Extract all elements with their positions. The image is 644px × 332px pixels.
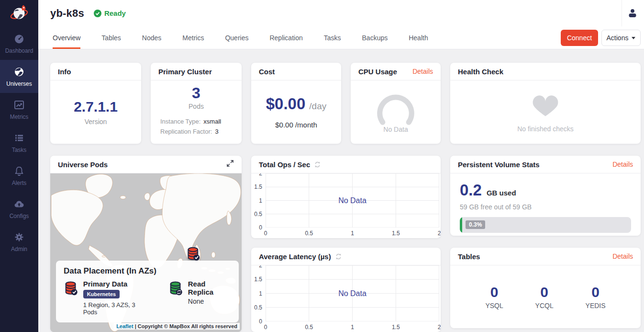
world-map[interactable]: Data Placement (In AZs) <box>50 173 242 332</box>
sidebar-item-label: Tasks <box>12 147 27 153</box>
usage-progress-bar: 0.3% <box>460 217 631 233</box>
chart-plot-area: 2 1.5 1 0.5 0 0 0.5 1 1.5 2 No Data <box>251 173 441 238</box>
x-tick: 0.5 <box>305 230 313 237</box>
card-title: Primary Cluster <box>158 68 212 76</box>
sidebar-item-label: Universes <box>6 80 32 87</box>
sidebar-item-label: Dashboard <box>5 47 33 54</box>
y-tick: 0.5 <box>254 304 262 311</box>
sidebar-item-label: Alerts <box>12 180 27 186</box>
y-tick: 0 <box>259 318 262 325</box>
user-icon <box>627 7 638 19</box>
yugabyte-logo[interactable] <box>0 0 38 27</box>
x-tick: 2 <box>438 230 441 237</box>
placement-summary: 1 Region, 3 AZS, 3 Pods <box>83 301 148 316</box>
persistent-volume-card: Persistent Volume Stats Details 0.2 GB u… <box>450 156 641 236</box>
x-tick: 1 <box>351 324 354 331</box>
chart-title: Total Ops / Sec <box>259 160 310 169</box>
tab-tasks[interactable]: Tasks <box>324 26 341 49</box>
cpu-usage-card: CPU Usage Details No Data <box>351 63 441 144</box>
card-title: Info <box>58 68 71 76</box>
sidebar-item-universes[interactable]: Universes <box>0 60 38 93</box>
cost-card: Cost $0.00 /day $0.00 /month <box>251 63 341 144</box>
cost-per-month: $0.00 /month <box>275 121 317 129</box>
right-column: Persistent Volume Stats Details 0.2 GB u… <box>450 156 641 332</box>
sidebar-item-label: Metrics <box>10 114 29 120</box>
dashboard-gauge-icon <box>13 33 25 45</box>
cpu-details-link[interactable]: Details <box>412 68 433 75</box>
task-list-icon <box>13 132 25 144</box>
tab-queries[interactable]: Queries <box>225 26 248 49</box>
card-title: CPU Usage <box>358 68 397 76</box>
kubernetes-badge: Kubernetes <box>83 290 120 298</box>
gb-used-unit: GB used <box>487 189 516 197</box>
sidebar-item-admin[interactable]: Admin <box>0 225 38 258</box>
database-check-icon <box>64 280 78 297</box>
x-tick: 0.5 <box>305 324 313 331</box>
primary-data-label: Primary Data <box>83 280 148 288</box>
ysql-count: 0 YSQL <box>485 284 503 309</box>
refresh-icon[interactable] <box>335 253 342 260</box>
actions-dropdown-button[interactable]: Actions <box>601 30 641 46</box>
status-badge: Ready <box>94 9 126 17</box>
pods-count: 3 <box>192 85 200 101</box>
title-row: yb-k8s Ready <box>38 0 644 26</box>
card-title: Universe Pods <box>58 160 108 169</box>
data-placement-panel: Data Placement (In AZs) <box>56 261 239 322</box>
expand-arrows-icon[interactable] <box>226 160 234 169</box>
tab-metrics[interactable]: Metrics <box>182 26 204 49</box>
refresh-icon[interactable] <box>314 161 321 168</box>
pods-label: Pods <box>189 103 204 110</box>
y-tick: 1.5 <box>254 183 262 190</box>
sidebar-item-tasks[interactable]: Tasks <box>0 126 38 159</box>
chart-plot-area: 2 1.5 1 0.5 0 0 0.5 1 1.5 2 No Data <box>251 265 441 332</box>
instance-type-row: Instance Type:xsmall <box>160 118 232 125</box>
tables-details-link[interactable]: Details <box>612 252 633 260</box>
leaflet-link[interactable]: Leaflet <box>116 323 133 329</box>
sidebar-item-alerts[interactable]: Alerts <box>0 159 38 192</box>
user-menu-button[interactable] <box>627 7 638 21</box>
card-title: Tables <box>458 252 480 261</box>
y-tick: 0 <box>259 224 262 231</box>
usage-progress-fill <box>460 217 462 233</box>
tab-health[interactable]: Health <box>409 26 428 49</box>
sidebar-item-label: Configs <box>10 213 29 219</box>
check-circle-icon <box>94 10 101 17</box>
status-label: Ready <box>104 9 126 17</box>
universe-tabs: Overview Tables Nodes Metrics Queries Re… <box>38 26 644 49</box>
arc-gauge-icon <box>371 91 421 126</box>
map-attribution: Leaflet | Copyright © MapBox All rights … <box>114 323 240 330</box>
y-tick: 2 <box>259 265 262 269</box>
universe-pods-card: Universe Pods <box>50 156 242 332</box>
volume-details-link[interactable]: Details <box>612 160 633 168</box>
universe-overview-page: Dashboard Universes Metrics <box>0 0 644 332</box>
version-label: Version <box>85 118 107 126</box>
gear-icon <box>13 231 25 243</box>
tab-tables[interactable]: Tables <box>101 26 121 49</box>
tab-overview[interactable]: Overview <box>53 26 80 49</box>
yedis-count: 0 YEDIS <box>586 284 606 309</box>
charts-column: Total Ops / Sec <box>251 156 441 332</box>
card-title: Persistent Volume Stats <box>458 160 540 169</box>
y-tick: 0.5 <box>254 211 262 218</box>
connect-button[interactable]: Connect <box>561 30 598 46</box>
gb-used-value: 0.2 <box>460 181 482 199</box>
universe-header: yb-k8s Ready Overview Tables Nodes Metri… <box>38 0 644 49</box>
tab-nodes[interactable]: Nodes <box>142 26 161 49</box>
database-sync-icon <box>168 280 183 297</box>
sidebar-item-label: Admin <box>11 246 27 252</box>
heart-icon <box>527 92 564 121</box>
lower-grid: Universe Pods <box>50 156 641 332</box>
rocket-globe-icon <box>9 3 29 23</box>
actions-label: Actions <box>607 34 629 42</box>
read-replica-label: Read Replica <box>188 280 231 296</box>
usage-percent-badge: 0.3% <box>466 220 485 229</box>
sidebar-item-dashboard[interactable]: Dashboard <box>0 27 38 60</box>
primary-cluster-card: Primary Cluster 3 Pods Instance Type:xsm… <box>151 63 242 144</box>
total-ops-chart-card: Total Ops / Sec <box>251 156 441 238</box>
tab-backups[interactable]: Backups <box>362 26 388 49</box>
x-tick: 0 <box>264 324 267 331</box>
tab-replication[interactable]: Replication <box>269 26 302 49</box>
x-tick: 1.5 <box>392 230 400 237</box>
sidebar-item-configs[interactable]: Configs <box>0 192 38 225</box>
sidebar-item-metrics[interactable]: Metrics <box>0 93 38 126</box>
